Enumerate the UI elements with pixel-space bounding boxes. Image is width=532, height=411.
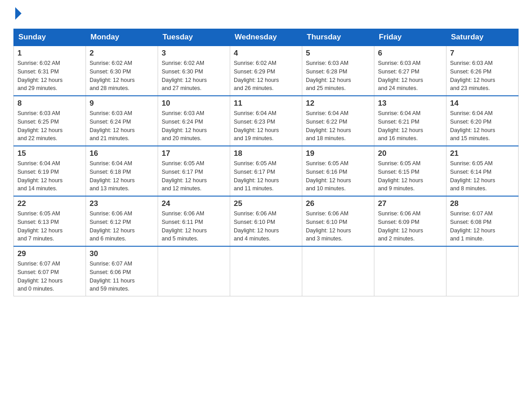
calendar-week-row: 1Sunrise: 6:02 AMSunset: 6:31 PMDaylight… (14, 46, 519, 96)
calendar-header-row: SundayMondayTuesdayWednesdayThursdayFrid… (14, 29, 519, 46)
day-number: 19 (306, 149, 370, 158)
calendar-day-cell: 26Sunrise: 6:06 AMSunset: 6:10 PMDayligh… (302, 196, 374, 246)
calendar-week-row: 29Sunrise: 6:07 AMSunset: 6:07 PMDayligh… (14, 246, 519, 296)
day-number: 13 (378, 99, 442, 108)
calendar-day-cell (446, 246, 519, 296)
calendar-day-cell: 28Sunrise: 6:07 AMSunset: 6:08 PMDayligh… (446, 196, 519, 246)
calendar-day-cell: 19Sunrise: 6:05 AMSunset: 6:16 PMDayligh… (302, 146, 374, 196)
logo-triangle-icon (15, 7, 21, 20)
day-info: Sunrise: 6:03 AMSunset: 6:26 PMDaylight:… (450, 59, 515, 93)
day-number: 27 (378, 199, 442, 208)
day-number: 25 (234, 199, 298, 208)
calendar-day-cell: 7Sunrise: 6:03 AMSunset: 6:26 PMDaylight… (446, 46, 519, 96)
calendar-day-cell: 3Sunrise: 6:02 AMSunset: 6:30 PMDaylight… (158, 46, 230, 96)
day-info: Sunrise: 6:02 AMSunset: 6:31 PMDaylight:… (17, 59, 82, 93)
logo (13, 9, 22, 20)
day-number: 23 (90, 199, 154, 208)
day-info: Sunrise: 6:02 AMSunset: 6:29 PMDaylight:… (234, 59, 298, 93)
day-info: Sunrise: 6:04 AMSunset: 6:20 PMDaylight:… (450, 109, 515, 143)
day-info: Sunrise: 6:06 AMSunset: 6:10 PMDaylight:… (234, 210, 298, 243)
calendar-week-row: 15Sunrise: 6:04 AMSunset: 6:19 PMDayligh… (14, 146, 519, 196)
calendar-day-cell: 27Sunrise: 6:06 AMSunset: 6:09 PMDayligh… (374, 196, 446, 246)
day-info: Sunrise: 6:06 AMSunset: 6:11 PMDaylight:… (162, 210, 226, 243)
calendar-day-cell: 1Sunrise: 6:02 AMSunset: 6:31 PMDaylight… (14, 46, 86, 96)
calendar-day-cell (374, 246, 446, 296)
calendar-day-cell: 8Sunrise: 6:03 AMSunset: 6:25 PMDaylight… (14, 96, 86, 146)
calendar-day-cell: 17Sunrise: 6:05 AMSunset: 6:17 PMDayligh… (158, 146, 230, 196)
calendar-day-cell (158, 246, 230, 296)
calendar-day-cell: 9Sunrise: 6:03 AMSunset: 6:24 PMDaylight… (86, 96, 158, 146)
calendar-day-cell: 21Sunrise: 6:05 AMSunset: 6:14 PMDayligh… (446, 146, 519, 196)
day-info: Sunrise: 6:03 AMSunset: 6:27 PMDaylight:… (378, 59, 442, 93)
day-info: Sunrise: 6:03 AMSunset: 6:25 PMDaylight:… (17, 109, 82, 143)
day-number: 12 (306, 99, 370, 108)
day-number: 8 (17, 99, 82, 108)
day-info: Sunrise: 6:06 AMSunset: 6:10 PMDaylight:… (306, 210, 370, 243)
day-number: 5 (306, 49, 370, 58)
day-info: Sunrise: 6:04 AMSunset: 6:22 PMDaylight:… (306, 109, 370, 143)
calendar-day-cell: 23Sunrise: 6:06 AMSunset: 6:12 PMDayligh… (86, 196, 158, 246)
day-info: Sunrise: 6:03 AMSunset: 6:28 PMDaylight:… (306, 59, 370, 93)
day-info: Sunrise: 6:03 AMSunset: 6:24 PMDaylight:… (90, 109, 154, 143)
calendar-day-cell: 10Sunrise: 6:03 AMSunset: 6:24 PMDayligh… (158, 96, 230, 146)
day-info: Sunrise: 6:05 AMSunset: 6:17 PMDaylight:… (162, 159, 226, 193)
day-number: 10 (162, 99, 226, 108)
calendar-day-cell: 6Sunrise: 6:03 AMSunset: 6:27 PMDaylight… (374, 46, 446, 96)
day-number: 6 (378, 49, 442, 58)
day-info: Sunrise: 6:05 AMSunset: 6:14 PMDaylight:… (450, 159, 515, 193)
calendar-week-row: 8Sunrise: 6:03 AMSunset: 6:25 PMDaylight… (14, 96, 519, 146)
day-number: 7 (450, 49, 515, 58)
calendar-table: SundayMondayTuesdayWednesdayThursdayFrid… (13, 29, 519, 296)
day-info: Sunrise: 6:06 AMSunset: 6:09 PMDaylight:… (378, 210, 442, 243)
day-info: Sunrise: 6:04 AMSunset: 6:23 PMDaylight:… (234, 109, 298, 143)
day-number: 22 (17, 199, 82, 208)
day-of-week-header: Monday (86, 29, 158, 46)
day-number: 2 (90, 49, 154, 58)
day-info: Sunrise: 6:07 AMSunset: 6:08 PMDaylight:… (450, 210, 515, 243)
calendar-day-cell: 25Sunrise: 6:06 AMSunset: 6:10 PMDayligh… (230, 196, 302, 246)
day-info: Sunrise: 6:05 AMSunset: 6:17 PMDaylight:… (234, 159, 298, 193)
calendar-day-cell: 5Sunrise: 6:03 AMSunset: 6:28 PMDaylight… (302, 46, 374, 96)
day-number: 1 (17, 49, 82, 58)
day-info: Sunrise: 6:02 AMSunset: 6:30 PMDaylight:… (162, 59, 226, 93)
day-of-week-header: Sunday (14, 29, 86, 46)
day-info: Sunrise: 6:04 AMSunset: 6:18 PMDaylight:… (90, 159, 154, 193)
day-info: Sunrise: 6:03 AMSunset: 6:24 PMDaylight:… (162, 109, 226, 143)
day-number: 16 (90, 149, 154, 158)
day-number: 9 (90, 99, 154, 108)
day-info: Sunrise: 6:04 AMSunset: 6:21 PMDaylight:… (378, 109, 442, 143)
day-info: Sunrise: 6:05 AMSunset: 6:13 PMDaylight:… (17, 210, 82, 243)
day-info: Sunrise: 6:05 AMSunset: 6:16 PMDaylight:… (306, 159, 370, 193)
day-number: 18 (234, 149, 298, 158)
day-number: 26 (306, 199, 370, 208)
calendar-week-row: 22Sunrise: 6:05 AMSunset: 6:13 PMDayligh… (14, 196, 519, 246)
day-info: Sunrise: 6:02 AMSunset: 6:30 PMDaylight:… (90, 59, 154, 93)
day-number: 21 (450, 149, 515, 158)
day-number: 15 (17, 149, 82, 158)
day-info: Sunrise: 6:06 AMSunset: 6:12 PMDaylight:… (90, 210, 154, 243)
day-number: 28 (450, 199, 515, 208)
calendar-day-cell: 24Sunrise: 6:06 AMSunset: 6:11 PMDayligh… (158, 196, 230, 246)
day-info: Sunrise: 6:07 AMSunset: 6:07 PMDaylight:… (17, 260, 82, 293)
day-number: 20 (378, 149, 442, 158)
day-number: 30 (90, 249, 154, 258)
day-number: 3 (162, 49, 226, 58)
calendar-day-cell: 11Sunrise: 6:04 AMSunset: 6:23 PMDayligh… (230, 96, 302, 146)
calendar-day-cell: 30Sunrise: 6:07 AMSunset: 6:06 PMDayligh… (86, 246, 158, 296)
day-of-week-header: Wednesday (230, 29, 302, 46)
day-number: 14 (450, 99, 515, 108)
calendar-day-cell: 18Sunrise: 6:05 AMSunset: 6:17 PMDayligh… (230, 146, 302, 196)
calendar-day-cell (302, 246, 374, 296)
day-of-week-header: Saturday (446, 29, 519, 46)
day-info: Sunrise: 6:04 AMSunset: 6:19 PMDaylight:… (17, 159, 82, 193)
calendar-day-cell: 12Sunrise: 6:04 AMSunset: 6:22 PMDayligh… (302, 96, 374, 146)
calendar-day-cell: 20Sunrise: 6:05 AMSunset: 6:15 PMDayligh… (374, 146, 446, 196)
day-of-week-header: Thursday (302, 29, 374, 46)
day-info: Sunrise: 6:07 AMSunset: 6:06 PMDaylight:… (90, 260, 154, 293)
day-number: 4 (234, 49, 298, 58)
calendar-day-cell: 14Sunrise: 6:04 AMSunset: 6:20 PMDayligh… (446, 96, 519, 146)
day-number: 11 (234, 99, 298, 108)
day-of-week-header: Tuesday (158, 29, 230, 46)
page-header (13, 9, 519, 20)
day-info: Sunrise: 6:05 AMSunset: 6:15 PMDaylight:… (378, 159, 442, 193)
